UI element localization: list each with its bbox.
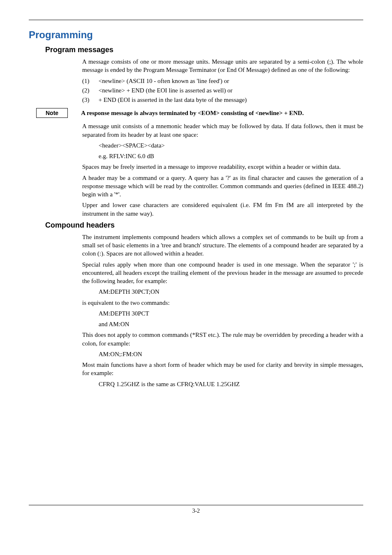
paragraph: Most main functions have a short form of… <box>82 361 363 378</box>
list-item-2: (2) <newline> + END (the EOI line is ass… <box>82 86 363 94</box>
paragraph: Upper and lower case characters are cons… <box>82 201 363 218</box>
code-line: <header><SPACE><data> <box>99 141 363 150</box>
heading-program-messages: Program messages <box>45 46 363 54</box>
list-num: (3) <box>82 96 97 104</box>
paragraph: A header may be a command or a query. A … <box>82 174 363 199</box>
list-text: <newline> (ASCII 10 - often known as 'li… <box>99 78 229 84</box>
list-text: + END (EOI is asserted in the last data … <box>99 97 247 103</box>
paragraph: Special rules apply when more than one c… <box>82 260 363 286</box>
list-text: <newline> + END (the EOI line is asserte… <box>99 87 233 94</box>
code-line: e.g. RFLV:INC 6.0 dB <box>99 152 363 160</box>
note-box: Note <box>36 108 68 118</box>
heading-compound-headers: Compound headers <box>45 221 363 230</box>
page: Programming Program messages A message c… <box>0 0 392 526</box>
code-line: CFRQ 1.25GHZ is the same as CFRQ:VALUE 1… <box>99 380 363 388</box>
code-line: AM:ON;:FM:ON <box>99 350 363 358</box>
list-item-1: (1) <newline> (ASCII 10 - often known as… <box>82 77 363 85</box>
note-text: A response message is always terminated … <box>81 110 304 117</box>
code-line: AM:DEPTH 30PCT;ON <box>99 288 363 296</box>
code-line: and AM:ON <box>99 320 363 328</box>
heading-programming: Programming <box>29 29 363 41</box>
paragraph: is equivalent to the two commands: <box>82 299 363 307</box>
code-line: AM:DEPTH 30PCT <box>99 309 363 318</box>
page-number: 3-2 <box>29 505 363 514</box>
top-rule <box>29 20 363 20</box>
list-item-3: (3) + END (EOI is asserted in the last d… <box>82 96 363 104</box>
paragraph: A message unit consists of a mnemonic he… <box>82 122 363 139</box>
paragraph: Spaces may be freely inserted in a messa… <box>82 163 363 171</box>
paragraph: A message consists of one or more messag… <box>82 58 363 74</box>
paragraph: This does not apply to common commands (… <box>82 331 363 348</box>
list-num: (2) <box>82 86 97 94</box>
paragraph: The instrument implements compound heade… <box>82 233 363 258</box>
note-row: Note A response message is always termin… <box>29 108 363 118</box>
list-num: (1) <box>82 77 97 85</box>
